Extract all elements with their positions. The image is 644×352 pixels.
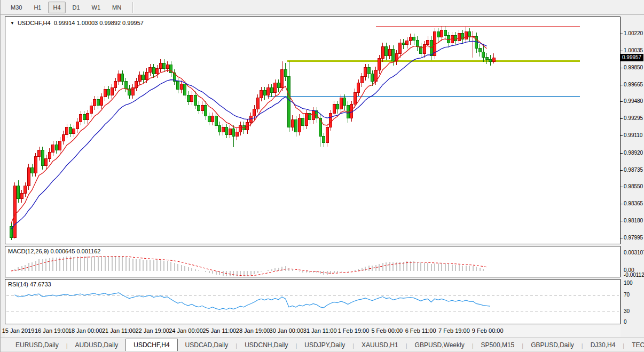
timeframe-m30[interactable]: M30 bbox=[6, 2, 27, 13]
candle bbox=[208, 113, 210, 125]
candle bbox=[388, 45, 391, 59]
timeframe-h4[interactable]: H4 bbox=[48, 2, 65, 13]
candle bbox=[256, 94, 259, 113]
candle bbox=[20, 190, 23, 203]
candle bbox=[295, 116, 297, 137]
candle bbox=[97, 96, 99, 109]
timeframe-mn[interactable]: MN bbox=[107, 2, 126, 13]
chart-ohlc-values: 0.99914 1.00003 0.99892 0.99957 bbox=[54, 20, 144, 26]
candle bbox=[76, 118, 78, 133]
price-tick bbox=[621, 101, 623, 102]
toolbar-separator bbox=[132, 2, 133, 13]
candle bbox=[430, 36, 433, 60]
tab-usdcnh-daily[interactable]: USDCNH,Daily bbox=[237, 340, 295, 351]
tab-tech100-h1[interactable]: TECH100,H1 bbox=[624, 340, 644, 351]
candle bbox=[27, 164, 30, 189]
candle bbox=[100, 93, 103, 109]
time-axis-label: 21 Jan 11:00 bbox=[102, 327, 136, 334]
candle bbox=[472, 31, 474, 58]
candle bbox=[117, 70, 120, 85]
price-axis-label: 0.99850 bbox=[624, 65, 643, 70]
chart-symbol-label: USDCHF,H4 bbox=[18, 20, 51, 26]
candle bbox=[62, 131, 65, 145]
tab-usdcad-daily[interactable]: USDCAD,Daily bbox=[178, 340, 236, 351]
rsi-chart bbox=[5, 279, 620, 324]
tab-usdjpy-daily[interactable]: USDJPY,Daily bbox=[297, 340, 352, 351]
time-axis[interactable]: 15 Jan 201916 Jan 19:0018 Jan 00:0021 Ja… bbox=[5, 325, 621, 337]
candle bbox=[218, 122, 221, 135]
time-axis-label: 22 Jan 19:00 bbox=[135, 327, 169, 334]
candle bbox=[69, 124, 72, 138]
candle bbox=[378, 55, 381, 74]
candle bbox=[465, 27, 467, 43]
candle bbox=[371, 70, 374, 86]
candle bbox=[281, 61, 284, 92]
time-axis-label: 31 Jan 11:00 bbox=[303, 327, 337, 334]
time-axis-label: 7 Feb 19:00 bbox=[438, 327, 470, 334]
timeframe-h1[interactable]: H1 bbox=[29, 2, 46, 13]
time-axis-label: 25 Jan 11:00 bbox=[202, 327, 236, 334]
time-axis-label: 5 Feb 00:00 bbox=[371, 327, 403, 334]
candle bbox=[305, 110, 308, 129]
candle bbox=[333, 101, 335, 117]
timeframe-toolbar: M30H1H4D1W1MN bbox=[1, 0, 644, 15]
candle bbox=[104, 86, 106, 101]
candle bbox=[423, 41, 426, 58]
candle bbox=[444, 26, 446, 40]
candle bbox=[159, 59, 162, 72]
price-tick bbox=[621, 51, 623, 51]
candle bbox=[225, 124, 228, 139]
candle bbox=[302, 114, 304, 130]
chart-title: ▼ USDCHF,H4 0.99914 1.00003 0.99892 0.99… bbox=[10, 20, 144, 26]
candle bbox=[437, 28, 439, 42]
candle bbox=[10, 223, 13, 241]
macd-signal-line bbox=[11, 257, 487, 276]
candle bbox=[107, 86, 110, 99]
tab-gbpusd-daily[interactable]: GBPUSD,Daily bbox=[523, 340, 582, 351]
candle bbox=[458, 30, 460, 45]
time-axis-label: 9 Feb 00:00 bbox=[472, 327, 504, 334]
candle bbox=[73, 125, 75, 137]
main-chart-panel[interactable] bbox=[5, 17, 621, 244]
candle bbox=[326, 124, 328, 147]
tab-xauusd-h1[interactable]: XAUUSD,H1 bbox=[354, 340, 406, 351]
price-axis-label: 0.99110 bbox=[624, 132, 642, 138]
tab-audusd-daily[interactable]: AUDUSD,Daily bbox=[68, 340, 126, 351]
time-axis-label: 30 Jan 00:00 bbox=[270, 327, 304, 334]
tab-usdchf-h4[interactable]: USDCHF,H4 bbox=[125, 339, 177, 351]
candle bbox=[489, 55, 492, 66]
candle bbox=[80, 111, 82, 126]
candle bbox=[402, 39, 405, 49]
price-axis-label: 1.00035 bbox=[624, 47, 643, 53]
candle bbox=[52, 141, 54, 156]
tab-gbpusd-weekly[interactable]: GBPUSD,Weekly bbox=[407, 340, 472, 351]
ma-fast-line bbox=[11, 37, 487, 223]
candle bbox=[492, 53, 495, 63]
price-axis-label: 1.00220 bbox=[624, 30, 643, 36]
rsi-panel[interactable] bbox=[5, 279, 621, 324]
candle bbox=[284, 63, 287, 81]
tab-sp500-m15[interactable]: SP500,M15 bbox=[474, 340, 522, 351]
candle bbox=[48, 148, 51, 162]
candle bbox=[364, 64, 367, 81]
price-axis-label: 0.98920 bbox=[624, 150, 643, 156]
candle bbox=[406, 37, 409, 49]
candle bbox=[367, 64, 370, 79]
price-tick bbox=[621, 135, 623, 136]
collapse-triangle-icon[interactable]: ▼ bbox=[10, 21, 14, 26]
time-axis-label: 1 Feb 19:00 bbox=[338, 327, 370, 334]
price-tick bbox=[621, 187, 623, 187]
mt4-window: M30H1H4D1W1MN ▼ USDCHF,H4 0.99914 1.0000… bbox=[0, 0, 644, 352]
candle bbox=[128, 85, 131, 99]
candle bbox=[111, 84, 113, 99]
timeframe-w1[interactable]: W1 bbox=[87, 2, 106, 13]
tab-dj30-h4[interactable]: DJ30,H4 bbox=[583, 340, 623, 351]
candle bbox=[93, 96, 96, 110]
tab-eurusd-daily[interactable]: EURUSD,Daily bbox=[8, 340, 66, 351]
candle bbox=[329, 110, 332, 131]
price-axis-label: 0.99295 bbox=[624, 115, 643, 121]
timeframe-d1[interactable]: D1 bbox=[68, 2, 85, 13]
price-tick bbox=[621, 221, 623, 221]
price-tick bbox=[621, 118, 623, 119]
candle bbox=[239, 122, 242, 135]
